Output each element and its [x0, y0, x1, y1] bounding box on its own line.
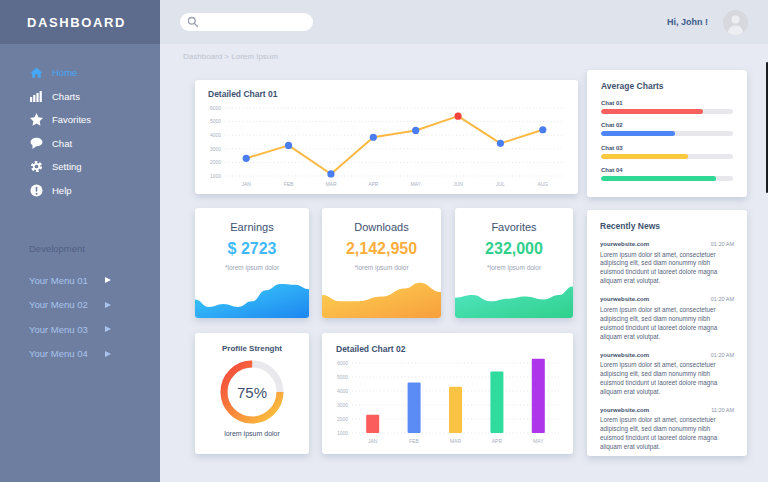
stat-caption: *lorem ipsum dolor — [322, 264, 441, 271]
bar-chart-icon — [29, 89, 43, 103]
sidebar-item-your-menu-01[interactable]: Your Menu 01 — [0, 268, 160, 293]
svg-text:6000: 6000 — [337, 360, 348, 366]
sidebar-item-label: Help — [52, 185, 72, 196]
stat-value: $ 2723 — [195, 240, 309, 258]
news-item[interactable]: yourwebsite.com 01:20 AM Lorem ipsum dol… — [600, 241, 734, 286]
chart-title: Detailed Chart 02 — [336, 344, 405, 354]
progress-label: Chat 03 — [601, 145, 733, 151]
sidebar-nav: Home Charts Favorites Chat — [0, 61, 160, 202]
star-icon — [29, 113, 43, 127]
submenu-item-label: Your Menu 03 — [29, 324, 88, 335]
progress-fill — [601, 154, 688, 159]
average-charts-card: Average Charts Chat 01 Chat 02 Chat 03 C… — [587, 70, 747, 197]
progress-label: Chat 02 — [601, 122, 733, 128]
chevron-right-icon — [105, 277, 111, 283]
home-icon — [29, 66, 43, 80]
detailed-chart-01: 100020003000400050006000JANFEBMARAPRMAYJ… — [201, 102, 572, 190]
detailed-chart-01-card: Detailed Chart 01 1000200030004000500060… — [195, 80, 578, 194]
sidebar-section-label: Development — [0, 243, 160, 254]
news-item[interactable]: yourwebsite.com 01:20 AM Lorem ipsum dol… — [600, 352, 734, 397]
sidebar-submenu: Your Menu 01 Your Menu 02 Your Menu 03 Y… — [0, 268, 160, 366]
sidebar-item-your-menu-02[interactable]: Your Menu 02 — [0, 293, 160, 318]
search-bar[interactable] — [180, 13, 313, 31]
svg-text:5000: 5000 — [337, 374, 348, 380]
stat-title: Downloads — [322, 221, 441, 233]
earnings-sparkline — [195, 281, 309, 318]
news-time: 01:20 AM — [711, 296, 734, 302]
sidebar-item-help[interactable]: Help — [0, 179, 160, 203]
news-item[interactable]: yourwebsite.com 11:20 AM Lorem ipsum dol… — [600, 407, 734, 452]
sidebar-item-setting[interactable]: Setting — [0, 155, 160, 179]
progress-label: Chat 04 — [601, 167, 733, 173]
news-item[interactable]: yourwebsite.com 01:20 AM Lorem ipsum dol… — [600, 296, 734, 341]
topbar: Hi, John ! — [160, 0, 768, 44]
stat-caption: *lorem ipsum dolor — [195, 264, 309, 271]
user-greeting: Hi, John ! — [667, 0, 708, 44]
svg-text:1000: 1000 — [337, 430, 348, 436]
detailed-chart-02: 100020003000400050006000JANFEBMARAPRMAY — [328, 357, 567, 447]
svg-text:JUN: JUN — [453, 181, 463, 187]
chevron-right-icon — [105, 326, 111, 332]
sidebar-item-charts[interactable]: Charts — [0, 85, 160, 109]
chat-bubble-icon — [29, 136, 43, 150]
news-body: Lorem ipsum dolor sit amet, consectetuer… — [600, 306, 734, 342]
sidebar-item-your-menu-03[interactable]: Your Menu 03 — [0, 317, 160, 342]
svg-text:2000: 2000 — [210, 159, 221, 165]
svg-text:JUL: JUL — [496, 181, 505, 187]
search-input[interactable] — [199, 18, 299, 27]
recently-news-card: Recently News yourwebsite.com 01:20 AM L… — [587, 210, 747, 456]
stat-value: 232,000 — [455, 240, 573, 258]
svg-text:MAY: MAY — [410, 181, 421, 187]
detailed-chart-02-card: Detailed Chart 02 1000200030004000500060… — [322, 333, 573, 454]
progress-track — [601, 109, 733, 114]
sidebar-item-your-menu-04[interactable]: Your Menu 04 — [0, 342, 160, 367]
panel-title: Recently News — [600, 221, 734, 231]
submenu-item-label: Your Menu 01 — [29, 275, 88, 286]
progress-label: Chat 01 — [601, 100, 733, 106]
panel-title: Profile Strenght — [195, 344, 309, 353]
svg-text:MAR: MAR — [325, 181, 337, 187]
submenu-item-label: Your Menu 04 — [29, 348, 88, 359]
svg-text:APR: APR — [492, 438, 503, 444]
downloads-card: Downloads 2,142,950 *lorem ipsum dolor — [322, 208, 441, 318]
sidebar-item-label: Home — [52, 67, 77, 78]
avatar[interactable] — [723, 10, 748, 35]
svg-text:5000: 5000 — [210, 118, 221, 124]
sidebar-item-favorites[interactable]: Favorites — [0, 108, 160, 132]
svg-text:JAN: JAN — [368, 438, 378, 444]
svg-text:AUG: AUG — [537, 181, 548, 187]
sidebar-item-home[interactable]: Home — [0, 61, 160, 85]
news-time: 01:20 AM — [711, 352, 734, 358]
progress-row: Chat 04 — [601, 167, 733, 181]
progress-row: Chat 02 — [601, 122, 733, 136]
sidebar-item-label: Charts — [52, 91, 80, 102]
progress-fill — [601, 176, 716, 181]
news-source: yourwebsite.com — [600, 407, 649, 413]
svg-text:6000: 6000 — [210, 105, 221, 111]
stat-value: 2,142,950 — [322, 240, 441, 258]
search-icon — [187, 16, 199, 28]
earnings-card: Earnings $ 2723 *lorem ipsum dolor — [195, 208, 309, 318]
svg-text:4000: 4000 — [337, 388, 348, 394]
panel-title: Average Charts — [601, 81, 733, 91]
news-time: 01:20 AM — [711, 241, 734, 247]
progress-track — [601, 154, 733, 159]
progress-track — [601, 131, 733, 136]
progress-row: Chat 01 — [601, 100, 733, 114]
svg-text:4000: 4000 — [210, 132, 221, 138]
chevron-right-icon — [105, 302, 111, 308]
downloads-sparkline — [322, 281, 441, 318]
favorites-card: Favorites 232,000 *lorem ipsum dolor — [455, 208, 573, 318]
svg-text:FEB: FEB — [409, 438, 419, 444]
gear-icon — [29, 160, 43, 174]
svg-text:FEB: FEB — [284, 181, 294, 187]
svg-text:MAY: MAY — [533, 438, 544, 444]
stat-title: Favorites — [455, 221, 573, 233]
sidebar-item-chat[interactable]: Chat — [0, 132, 160, 156]
sidebar-item-label: Setting — [52, 161, 82, 172]
svg-text:3000: 3000 — [337, 402, 348, 408]
donut-value: 75% — [220, 360, 284, 424]
news-time: 11:20 AM — [711, 407, 734, 413]
chart-title: Detailed Chart 01 — [208, 89, 277, 99]
stat-title: Earnings — [195, 221, 309, 233]
